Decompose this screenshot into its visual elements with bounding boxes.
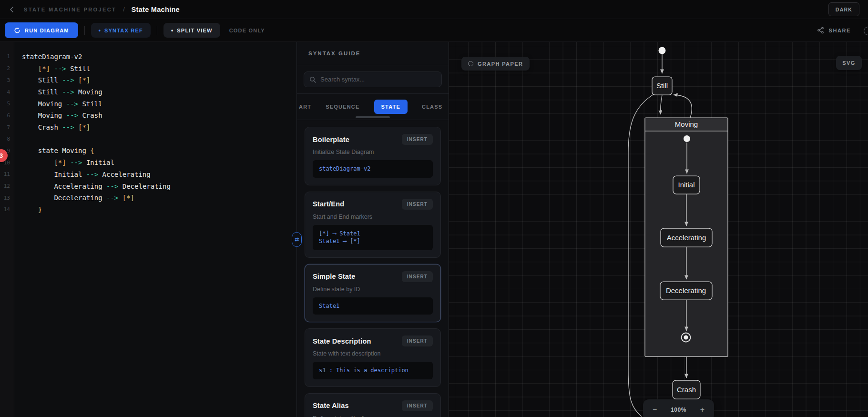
code-line: [*] --> Initial: [14, 159, 114, 166]
card-title: State Description: [313, 337, 371, 345]
page-title: State Machine: [132, 6, 180, 13]
start-state-dot[interactable]: [659, 47, 666, 54]
syntax-card-boilerplate[interactable]: BoilerplateINSERTInitialize State Diagra…: [305, 127, 441, 185]
card-description: State with text description: [313, 350, 433, 357]
tabs-scrollbar[interactable]: [356, 116, 390, 118]
search-box[interactable]: [304, 71, 442, 87]
graph-paper-label: GRAPH PAPER: [478, 61, 523, 67]
editor-line: 8: [0, 133, 296, 145]
insert-button[interactable]: INSERT: [402, 336, 433, 346]
inner-start-state-dot[interactable]: [684, 135, 690, 142]
card-title: Boilerplate: [313, 136, 349, 143]
editor-line: 14 }: [0, 204, 296, 216]
card-title: Start/End: [313, 200, 344, 208]
bullet-icon: •: [171, 28, 174, 33]
swap-horizontal-icon: ⇄: [295, 236, 299, 243]
help-icon[interactable]: [864, 27, 868, 35]
tab-class[interactable]: CLASS: [422, 104, 442, 110]
editor-line: 4 Still --> Moving: [0, 86, 296, 98]
syntax-card-simple-state[interactable]: Simple StateINSERTDefine state by IDStat…: [305, 264, 441, 323]
state-node-decelerating[interactable]: Decelerating: [660, 282, 712, 300]
panel-resize-handle[interactable]: ⇄: [292, 232, 302, 247]
code-line: Accelerating --> Decelerating: [14, 183, 171, 190]
share-label: SHARE: [828, 28, 851, 33]
card-title: Simple State: [313, 273, 355, 280]
search-input[interactable]: [320, 76, 436, 83]
card-code-snippet: stateDiagram-v2: [313, 160, 433, 178]
card-code-snippet: s1 : This is a description: [313, 362, 433, 379]
zoom-out-button[interactable]: −: [653, 406, 657, 414]
code-line: Moving --> Crash: [14, 112, 102, 119]
share-button[interactable]: SHARE: [817, 27, 851, 34]
state-node-initial[interactable]: Initial: [673, 176, 700, 194]
code-line: Crash --> [*]: [14, 123, 90, 131]
line-number: 1: [0, 53, 14, 60]
editor-line: 3 Still --> [*]: [0, 74, 296, 86]
code-line: Moving --> Still: [14, 100, 102, 108]
tab-state[interactable]: STATE: [374, 100, 408, 114]
breadcrumb-separator: /: [123, 6, 124, 13]
zoom-in-button[interactable]: +: [700, 406, 705, 414]
graph-paper-toggle[interactable]: GRAPH PAPER: [461, 57, 530, 71]
editor-line: 9 state Moving {: [0, 145, 296, 157]
tab-sequence[interactable]: SEQUENCE: [326, 104, 359, 110]
editor-line: 1stateDiagram-v2: [0, 51, 296, 63]
syntax-ref-toggle[interactable]: • SYNTAX REF: [91, 23, 151, 38]
state-node-crash[interactable]: Crash: [673, 380, 700, 399]
theme-toggle-button[interactable]: DARK: [828, 2, 859, 16]
line-number: 4: [0, 89, 14, 95]
syntax-guide-title: SYNTAX GUIDE: [297, 42, 449, 65]
code-only-toggle[interactable]: CODE ONLY: [226, 28, 268, 33]
insert-button[interactable]: INSERT: [402, 271, 433, 282]
editor-line: 6 Moving --> Crash: [0, 110, 296, 122]
code-line: }: [14, 206, 42, 214]
svg-text:Crash: Crash: [677, 386, 696, 394]
syntax-guide-panel: SYNTAX GUIDE ARTSEQUENCESTATECLASSER Boi…: [296, 42, 449, 417]
state-node-accelerating[interactable]: Accelerating: [661, 228, 712, 247]
tab-art[interactable]: ART: [299, 104, 311, 110]
breadcrumb-project[interactable]: STATE MACHINE PROJECT: [24, 7, 116, 12]
code-line: Still --> Moving: [14, 88, 102, 96]
chevron-left-icon: [9, 6, 15, 13]
insert-button[interactable]: INSERT: [402, 134, 433, 145]
syntax-card-state-description[interactable]: State DescriptionINSERTState with text d…: [305, 328, 441, 387]
state-node-still[interactable]: Still: [652, 77, 672, 95]
editor-lines: 1stateDiagram-v22 [*] --> Still3 Still -…: [0, 42, 296, 215]
run-diagram-button[interactable]: RUN DIAGRAM: [5, 22, 78, 38]
syntax-card-start-end[interactable]: Start/EndINSERTStart and End markers[*] …: [305, 192, 441, 258]
line-number: 12: [0, 183, 14, 189]
editor-line: 12 Accelerating --> Decelerating: [0, 180, 296, 192]
state-diagram: Still Moving Initial: [449, 42, 868, 417]
toolbar-divider: [157, 26, 157, 35]
syntax-cards-list: BoilerplateINSERTInitialize State Diagra…: [297, 120, 449, 417]
card-title: State Alias: [313, 402, 349, 409]
diagram-canvas[interactable]: Still Moving Initial: [449, 42, 868, 417]
zoom-controls: − 100% +: [643, 399, 714, 417]
split-view-toggle[interactable]: • SPLIT VIEW: [163, 23, 220, 38]
editor-line: 13 Decelerating --> [*]: [0, 192, 296, 204]
line-number: 8: [0, 136, 14, 142]
insert-button[interactable]: INSERT: [402, 400, 433, 411]
line-number: 14: [0, 206, 14, 213]
insert-button[interactable]: INSERT: [402, 199, 433, 210]
code-line: Still --> [*]: [14, 76, 90, 84]
code-editor[interactable]: 1stateDiagram-v22 [*] --> Still3 Still -…: [0, 42, 296, 417]
svg-text:Still: Still: [656, 81, 668, 90]
back-button[interactable]: [7, 4, 17, 15]
syntax-card-state-alias[interactable]: State AliasINSERTDefine state with alias…: [305, 393, 441, 417]
line-number: 3: [0, 77, 14, 83]
editor-line: 7 Crash --> [*]: [0, 122, 296, 133]
edge-still-to-moving: [661, 95, 662, 114]
toolbar-divider: [84, 26, 85, 35]
main-area: 1stateDiagram-v22 [*] --> Still3 Still -…: [0, 42, 868, 417]
card-code-snippet: [*] ⟶ State1 State1 ⟶ [*]: [313, 225, 433, 250]
search-icon: [309, 76, 316, 83]
code-line: Decelerating --> [*]: [14, 194, 134, 202]
line-number: 5: [0, 101, 14, 107]
svg-export-button[interactable]: SVG: [836, 56, 862, 70]
code-line: Initial --> Accelerating: [14, 171, 151, 178]
svg-text:Initial: Initial: [678, 181, 694, 189]
card-description: Initialize State Diagram: [313, 149, 433, 155]
svg-text:Decelerating: Decelerating: [666, 286, 706, 295]
line-number: 7: [0, 124, 14, 131]
